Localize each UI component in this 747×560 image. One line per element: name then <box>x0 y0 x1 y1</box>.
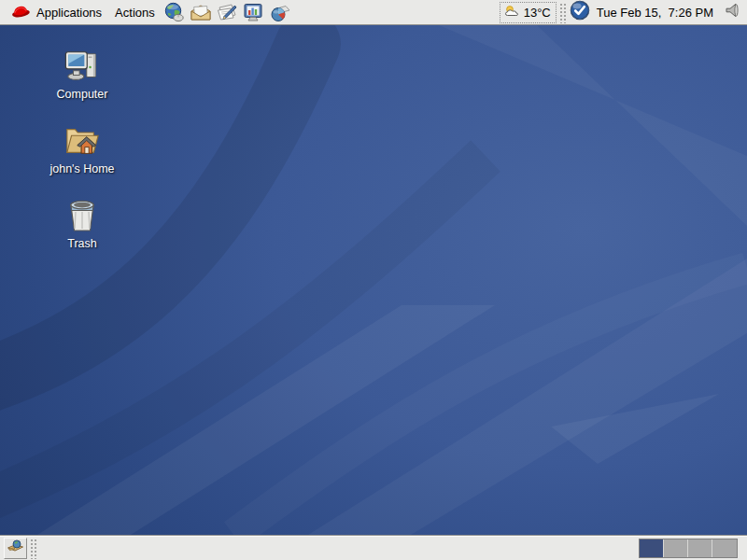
applications-menu-label: Applications <box>36 6 102 20</box>
spreadsheet-launcher[interactable] <box>267 1 291 24</box>
envelope-icon <box>190 2 212 22</box>
desktop-icon-trash[interactable]: Trash <box>30 197 134 251</box>
screen-chart-icon <box>242 2 264 22</box>
desktop-icon-label: Computer <box>57 89 108 102</box>
trash-can-icon <box>63 197 101 234</box>
pie-chart-icon <box>268 2 290 22</box>
workspace-4[interactable] <box>712 539 737 557</box>
actions-menu-label: Actions <box>115 6 155 20</box>
paper-pen-icon <box>216 2 238 22</box>
home-folder-icon <box>63 122 101 160</box>
workspace-1[interactable] <box>640 539 664 557</box>
update-notifier[interactable] <box>569 1 591 24</box>
desktop-icon-label: john's Home <box>49 163 114 176</box>
applications-menu[interactable]: Applications <box>4 1 108 24</box>
show-desktop-button[interactable] <box>4 538 27 559</box>
web-browser-launcher[interactable] <box>162 1 187 24</box>
desktop-icon-home[interactable]: john's Home <box>30 122 134 176</box>
weather-applet[interactable]: 13°C <box>500 2 557 23</box>
workspace-3[interactable] <box>688 539 712 557</box>
workspace-switcher[interactable] <box>639 539 738 558</box>
workspace-2[interactable] <box>664 539 688 557</box>
word-processor-launcher[interactable] <box>215 1 239 24</box>
cloud-icon <box>503 4 522 21</box>
actions-menu[interactable]: Actions <box>108 1 162 24</box>
computer-icon <box>63 48 101 85</box>
email-launcher[interactable] <box>189 1 213 24</box>
redhat-icon <box>10 3 31 21</box>
clock[interactable]: Tue Feb 15, 7:26 PM <box>591 6 719 20</box>
desktop-screen: Applications Actions <box>0 0 747 560</box>
blue-checkmark-icon <box>570 0 590 24</box>
globe-mouse-icon <box>163 2 185 22</box>
applet-handle[interactable] <box>29 538 37 559</box>
wallpaper-swirl-watermark <box>0 25 747 535</box>
temperature-label: 13°C <box>524 6 551 20</box>
desktop-icon-label: Trash <box>67 238 97 251</box>
applet-handle[interactable] <box>558 2 567 23</box>
bottom-panel <box>0 535 747 560</box>
show-desktop-icon <box>7 538 24 558</box>
volume-applet[interactable] <box>721 1 743 24</box>
desktop-icon-computer[interactable]: Computer <box>30 48 134 102</box>
top-panel: Applications Actions <box>0 0 747 25</box>
presentation-launcher[interactable] <box>241 1 265 24</box>
desktop-area[interactable]: Computer john's Home <box>0 25 747 535</box>
speaker-icon <box>723 1 741 23</box>
